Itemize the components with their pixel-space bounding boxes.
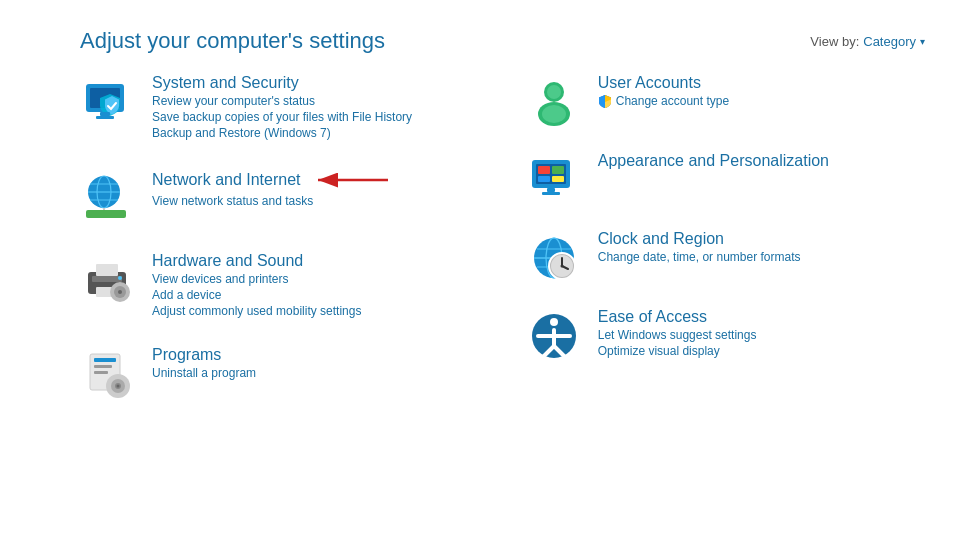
hardware-sound-link-2[interactable]: Add a device xyxy=(152,288,361,302)
red-arrow-annotation xyxy=(313,168,393,192)
svg-rect-9 xyxy=(86,210,126,218)
clock-region-item: Clock and Region Change date, time, or n… xyxy=(526,230,925,286)
network-internet-item: Network and Internet View network status… xyxy=(80,168,526,224)
clock-region-icon xyxy=(526,230,582,286)
appearance-text: Appearance and Personalization xyxy=(598,152,829,170)
svg-rect-38 xyxy=(552,176,564,182)
clock-region-text: Clock and Region Change date, time, or n… xyxy=(598,230,801,264)
left-column: System and Security Review your computer… xyxy=(80,74,526,402)
ease-access-link-1[interactable]: Let Windows suggest settings xyxy=(598,328,757,342)
chevron-down-icon[interactable]: ▾ xyxy=(920,36,925,47)
ease-access-icon xyxy=(526,308,582,364)
svg-rect-14 xyxy=(92,276,122,282)
user-accounts-title[interactable]: User Accounts xyxy=(598,74,729,92)
view-by-label: View by: xyxy=(810,34,859,49)
user-accounts-text: User Accounts Change account type xyxy=(598,74,729,108)
svg-point-31 xyxy=(547,85,561,99)
system-security-text: System and Security Review your computer… xyxy=(152,74,412,140)
system-security-item: System and Security Review your computer… xyxy=(80,74,526,140)
appearance-icon xyxy=(526,152,582,208)
svg-point-20 xyxy=(118,276,122,280)
view-by-control: View by: Category ▾ xyxy=(810,34,925,49)
svg-rect-35 xyxy=(538,166,550,174)
hardware-sound-title[interactable]: Hardware and Sound xyxy=(152,252,361,270)
programs-item: Programs Uninstall a program xyxy=(80,346,526,402)
system-security-icon xyxy=(80,74,136,130)
page-title: Adjust your computer's settings xyxy=(80,28,385,54)
hardware-sound-icon xyxy=(80,252,136,308)
hardware-sound-text: Hardware and Sound View devices and prin… xyxy=(152,252,361,318)
network-internet-link-1[interactable]: View network status and tasks xyxy=(152,194,393,208)
change-account-row: Change account type xyxy=(598,94,729,108)
hardware-sound-item: Hardware and Sound View devices and prin… xyxy=(80,252,526,318)
main-content: System and Security Review your computer… xyxy=(0,74,965,402)
clock-region-title[interactable]: Clock and Region xyxy=(598,230,801,248)
network-internet-icon xyxy=(80,168,136,224)
svg-rect-3 xyxy=(96,116,114,119)
system-security-link-2[interactable]: Save backup copies of your files with Fi… xyxy=(152,110,412,124)
programs-icon xyxy=(80,346,136,402)
ease-access-link-2[interactable]: Optimize visual display xyxy=(598,344,757,358)
system-security-link-3[interactable]: Backup and Restore (Windows 7) xyxy=(152,126,412,140)
svg-point-32 xyxy=(542,105,566,123)
right-column: User Accounts Change account type xyxy=(526,74,925,402)
user-accounts-item: User Accounts Change account type xyxy=(526,74,925,130)
svg-point-52 xyxy=(550,318,558,326)
network-internet-title[interactable]: Network and Internet xyxy=(152,171,301,189)
svg-rect-36 xyxy=(552,166,564,174)
hardware-sound-link-1[interactable]: View devices and printers xyxy=(152,272,361,286)
svg-rect-22 xyxy=(94,358,116,362)
user-accounts-icon xyxy=(526,74,582,130)
ease-access-item: Ease of Access Let Windows suggest setti… xyxy=(526,308,925,364)
svg-point-19 xyxy=(118,290,122,294)
appearance-item: Appearance and Personalization xyxy=(526,152,925,208)
ease-access-text: Ease of Access Let Windows suggest setti… xyxy=(598,308,757,358)
appearance-title[interactable]: Appearance and Personalization xyxy=(598,152,829,170)
svg-point-50 xyxy=(560,265,563,268)
svg-rect-2 xyxy=(100,112,110,116)
ease-access-title[interactable]: Ease of Access xyxy=(598,308,757,326)
clock-region-link-1[interactable]: Change date, time, or number formats xyxy=(598,250,801,264)
system-security-title[interactable]: System and Security xyxy=(152,74,412,92)
svg-rect-15 xyxy=(96,264,118,276)
network-internet-text: Network and Internet View network status… xyxy=(152,168,393,208)
programs-link-1[interactable]: Uninstall a program xyxy=(152,366,256,380)
svg-rect-23 xyxy=(94,365,112,368)
change-account-link[interactable]: Change account type xyxy=(616,94,729,108)
svg-rect-40 xyxy=(542,192,560,195)
page-header: Adjust your computer's settings View by:… xyxy=(0,0,965,74)
svg-point-28 xyxy=(117,385,120,388)
uac-shield-icon xyxy=(598,94,612,108)
hardware-sound-link-3[interactable]: Adjust commonly used mobility settings xyxy=(152,304,361,318)
svg-rect-24 xyxy=(94,371,108,374)
view-by-value[interactable]: Category xyxy=(863,34,916,49)
programs-title[interactable]: Programs xyxy=(152,346,256,364)
programs-text: Programs Uninstall a program xyxy=(152,346,256,380)
svg-rect-39 xyxy=(547,188,555,192)
svg-rect-37 xyxy=(538,176,550,182)
system-security-link-1[interactable]: Review your computer's status xyxy=(152,94,412,108)
